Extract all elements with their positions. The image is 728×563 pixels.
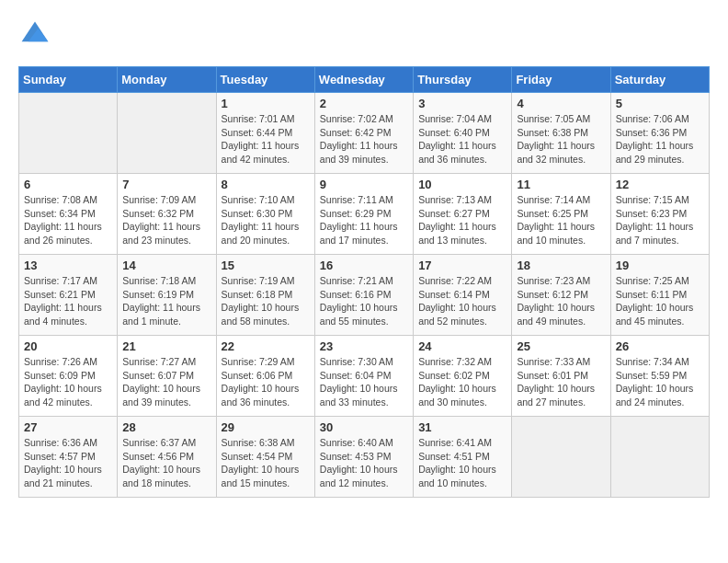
day-number: 28: [122, 420, 210, 434]
day-cell: [610, 417, 709, 498]
day-info: Sunrise: 7:02 AM Sunset: 6:42 PM Dayligh…: [320, 112, 408, 167]
day-cell: 15Sunrise: 7:19 AM Sunset: 6:18 PM Dayli…: [216, 255, 314, 336]
day-cell: 2Sunrise: 7:02 AM Sunset: 6:42 PM Daylig…: [314, 93, 413, 174]
day-number: 3: [418, 97, 506, 110]
day-info: Sunrise: 6:41 AM Sunset: 4:51 PM Dayligh…: [418, 436, 506, 490]
day-info: Sunrise: 6:40 AM Sunset: 4:53 PM Dayligh…: [320, 436, 408, 490]
day-info: Sunrise: 7:34 AM Sunset: 5:59 PM Dayligh…: [616, 355, 704, 409]
day-cell: 9Sunrise: 7:11 AM Sunset: 6:29 PM Daylig…: [314, 174, 413, 255]
week-row-3: 13Sunrise: 7:17 AM Sunset: 6:21 PM Dayli…: [19, 255, 710, 336]
day-number: 9: [320, 178, 408, 191]
header-row: SundayMondayTuesdayWednesdayThursdayFrid…: [19, 67, 710, 93]
day-cell: 6Sunrise: 7:08 AM Sunset: 6:34 PM Daylig…: [19, 174, 118, 255]
day-info: Sunrise: 7:25 AM Sunset: 6:11 PM Dayligh…: [616, 274, 704, 328]
day-info: Sunrise: 7:01 AM Sunset: 6:44 PM Dayligh…: [222, 112, 310, 167]
day-info: Sunrise: 7:11 AM Sunset: 6:29 PM Dayligh…: [320, 193, 408, 247]
day-cell: 17Sunrise: 7:22 AM Sunset: 6:14 PM Dayli…: [414, 255, 512, 336]
day-cell: 11Sunrise: 7:14 AM Sunset: 6:25 PM Dayli…: [512, 174, 610, 255]
day-number: 19: [616, 259, 704, 272]
day-info: Sunrise: 7:09 AM Sunset: 6:32 PM Dayligh…: [122, 193, 210, 247]
day-info: Sunrise: 7:04 AM Sunset: 6:40 PM Dayligh…: [418, 112, 506, 167]
header-monday: Monday: [118, 67, 216, 93]
day-number: 10: [418, 178, 506, 191]
day-cell: 29Sunrise: 6:38 AM Sunset: 4:54 PM Dayli…: [216, 417, 314, 498]
day-cell: 26Sunrise: 7:34 AM Sunset: 5:59 PM Dayli…: [610, 336, 709, 417]
day-number: 11: [517, 178, 605, 191]
header-tuesday: Tuesday: [216, 67, 314, 93]
day-number: 26: [616, 339, 704, 353]
day-number: 5: [616, 97, 704, 110]
day-number: 17: [418, 259, 506, 272]
week-row-2: 6Sunrise: 7:08 AM Sunset: 6:34 PM Daylig…: [19, 174, 710, 255]
day-number: 8: [222, 178, 310, 191]
day-info: Sunrise: 7:32 AM Sunset: 6:02 PM Dayligh…: [418, 355, 506, 409]
day-number: 23: [320, 339, 408, 353]
logo: [18, 18, 55, 52]
day-number: 31: [418, 420, 506, 434]
page-header: [18, 18, 710, 52]
day-number: 12: [616, 178, 704, 191]
day-cell: 31Sunrise: 6:41 AM Sunset: 4:51 PM Dayli…: [414, 417, 512, 498]
day-number: 30: [320, 420, 408, 434]
day-info: Sunrise: 7:18 AM Sunset: 6:19 PM Dayligh…: [122, 274, 210, 328]
day-cell: 20Sunrise: 7:26 AM Sunset: 6:09 PM Dayli…: [19, 336, 118, 417]
day-cell: 8Sunrise: 7:10 AM Sunset: 6:30 PM Daylig…: [216, 174, 314, 255]
day-cell: [512, 417, 610, 498]
day-info: Sunrise: 6:37 AM Sunset: 4:56 PM Dayligh…: [122, 436, 210, 490]
day-info: Sunrise: 7:29 AM Sunset: 6:06 PM Dayligh…: [222, 355, 310, 409]
day-info: Sunrise: 7:22 AM Sunset: 6:14 PM Dayligh…: [418, 274, 506, 328]
day-info: Sunrise: 7:23 AM Sunset: 6:12 PM Dayligh…: [517, 274, 605, 328]
day-info: Sunrise: 7:06 AM Sunset: 6:36 PM Dayligh…: [616, 112, 704, 167]
day-cell: 5Sunrise: 7:06 AM Sunset: 6:36 PM Daylig…: [610, 93, 709, 174]
day-cell: 24Sunrise: 7:32 AM Sunset: 6:02 PM Dayli…: [414, 336, 512, 417]
week-row-1: 1Sunrise: 7:01 AM Sunset: 6:44 PM Daylig…: [19, 93, 710, 174]
day-info: Sunrise: 7:17 AM Sunset: 6:21 PM Dayligh…: [24, 274, 112, 328]
header-friday: Friday: [512, 67, 610, 93]
day-cell: 27Sunrise: 6:36 AM Sunset: 4:57 PM Dayli…: [19, 417, 118, 498]
logo-icon: [18, 18, 51, 52]
day-info: Sunrise: 7:27 AM Sunset: 6:07 PM Dayligh…: [122, 355, 210, 409]
day-info: Sunrise: 7:26 AM Sunset: 6:09 PM Dayligh…: [24, 355, 112, 409]
day-cell: 25Sunrise: 7:33 AM Sunset: 6:01 PM Dayli…: [512, 336, 610, 417]
day-info: Sunrise: 7:15 AM Sunset: 6:23 PM Dayligh…: [616, 193, 704, 247]
day-info: Sunrise: 7:14 AM Sunset: 6:25 PM Dayligh…: [517, 193, 605, 247]
day-cell: 19Sunrise: 7:25 AM Sunset: 6:11 PM Dayli…: [610, 255, 709, 336]
day-info: Sunrise: 6:36 AM Sunset: 4:57 PM Dayligh…: [24, 436, 112, 490]
day-cell: 3Sunrise: 7:04 AM Sunset: 6:40 PM Daylig…: [414, 93, 512, 174]
day-number: 20: [24, 339, 112, 353]
day-cell: 23Sunrise: 7:30 AM Sunset: 6:04 PM Dayli…: [314, 336, 413, 417]
day-cell: 16Sunrise: 7:21 AM Sunset: 6:16 PM Dayli…: [314, 255, 413, 336]
day-number: 7: [122, 178, 210, 191]
header-thursday: Thursday: [414, 67, 512, 93]
day-number: 13: [24, 259, 112, 272]
day-cell: 7Sunrise: 7:09 AM Sunset: 6:32 PM Daylig…: [118, 174, 216, 255]
day-cell: 12Sunrise: 7:15 AM Sunset: 6:23 PM Dayli…: [610, 174, 709, 255]
day-info: Sunrise: 7:21 AM Sunset: 6:16 PM Dayligh…: [320, 274, 408, 328]
day-number: 18: [517, 259, 605, 272]
header-wednesday: Wednesday: [314, 67, 413, 93]
day-info: Sunrise: 7:08 AM Sunset: 6:34 PM Dayligh…: [24, 193, 112, 247]
day-cell: 21Sunrise: 7:27 AM Sunset: 6:07 PM Dayli…: [118, 336, 216, 417]
week-row-5: 27Sunrise: 6:36 AM Sunset: 4:57 PM Dayli…: [19, 417, 710, 498]
day-number: 15: [222, 259, 310, 272]
week-row-4: 20Sunrise: 7:26 AM Sunset: 6:09 PM Dayli…: [19, 336, 710, 417]
day-cell: [19, 93, 118, 174]
day-number: 22: [222, 339, 310, 353]
header-saturday: Saturday: [610, 67, 709, 93]
day-number: 1: [222, 97, 310, 110]
day-number: 24: [418, 339, 506, 353]
day-cell: 1Sunrise: 7:01 AM Sunset: 6:44 PM Daylig…: [216, 93, 314, 174]
day-info: Sunrise: 6:38 AM Sunset: 4:54 PM Dayligh…: [222, 436, 310, 490]
day-cell: 28Sunrise: 6:37 AM Sunset: 4:56 PM Dayli…: [118, 417, 216, 498]
day-cell: 30Sunrise: 6:40 AM Sunset: 4:53 PM Dayli…: [314, 417, 413, 498]
day-number: 14: [122, 259, 210, 272]
day-cell: 14Sunrise: 7:18 AM Sunset: 6:19 PM Dayli…: [118, 255, 216, 336]
header-sunday: Sunday: [19, 67, 118, 93]
day-cell: 4Sunrise: 7:05 AM Sunset: 6:38 PM Daylig…: [512, 93, 610, 174]
day-info: Sunrise: 7:05 AM Sunset: 6:38 PM Dayligh…: [517, 112, 605, 167]
day-cell: 22Sunrise: 7:29 AM Sunset: 6:06 PM Dayli…: [216, 336, 314, 417]
day-cell: 18Sunrise: 7:23 AM Sunset: 6:12 PM Dayli…: [512, 255, 610, 336]
day-number: 27: [24, 420, 112, 434]
day-cell: 13Sunrise: 7:17 AM Sunset: 6:21 PM Dayli…: [19, 255, 118, 336]
day-number: 2: [320, 97, 408, 110]
